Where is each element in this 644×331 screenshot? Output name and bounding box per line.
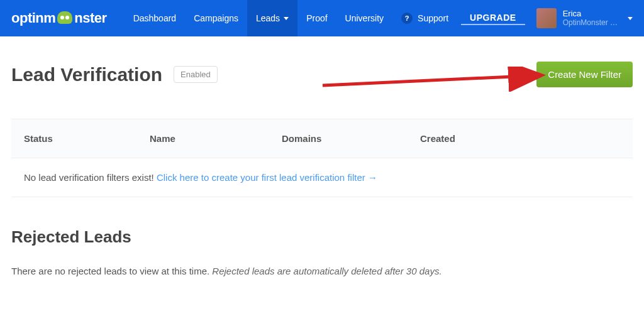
brand-logo[interactable]: optinm nster xyxy=(11,10,107,26)
topbar: optinm nster Dashboard Campaigns Leads P… xyxy=(0,0,644,36)
rejected-text-main: There are no rejected leads to view at t… xyxy=(11,266,212,276)
nav-support[interactable]: ? Support xyxy=(392,0,457,36)
rejected-leads-text: There are no rejected leads to view at t… xyxy=(11,266,633,276)
brand-text-1: optinm xyxy=(11,10,55,26)
avatar xyxy=(536,8,557,28)
help-icon: ? xyxy=(401,13,413,24)
status-badge: Enabled xyxy=(174,66,218,83)
create-new-filter-button[interactable]: Create New Filter xyxy=(536,62,633,87)
user-org: OptinMonster … xyxy=(563,19,618,28)
main-content: Lead Verification Enabled Create New Fil… xyxy=(0,36,644,276)
nav-upgrade-label: UPGRADE xyxy=(470,13,516,23)
nav-leads-label: Leads xyxy=(256,13,280,23)
nav-upgrade[interactable]: UPGRADE xyxy=(461,11,525,25)
nav-dashboard-label: Dashboard xyxy=(133,13,177,23)
nav-leads[interactable]: Leads xyxy=(247,0,297,36)
user-name: Erica xyxy=(563,9,618,19)
nav-proof-label: Proof xyxy=(306,13,327,23)
chevron-down-icon xyxy=(628,17,633,20)
nav-university-label: University xyxy=(345,13,384,23)
main-nav: Dashboard Campaigns Leads Proof Universi… xyxy=(125,0,633,36)
nav-support-label: Support xyxy=(418,13,448,23)
create-first-filter-link[interactable]: Click here to create your first lead ver… xyxy=(157,172,377,183)
col-name: Name xyxy=(150,133,282,144)
page-title: Lead Verification xyxy=(11,64,162,85)
nav-campaigns-label: Campaigns xyxy=(194,13,238,23)
filters-table-header: Status Name Domains Created xyxy=(11,119,633,158)
rejected-leads-title: Rejected Leads xyxy=(11,227,633,247)
filters-empty-state: No lead verification filters exist! Clic… xyxy=(11,158,633,197)
brand-text-2: nster xyxy=(74,10,106,26)
user-menu[interactable]: Erica OptinMonster … xyxy=(529,0,633,36)
empty-text: No lead verification filters exist! xyxy=(24,172,157,183)
nav-dashboard[interactable]: Dashboard xyxy=(125,0,186,36)
user-text: Erica OptinMonster … xyxy=(563,9,618,28)
nav-proof[interactable]: Proof xyxy=(297,0,336,36)
nav-campaigns[interactable]: Campaigns xyxy=(185,0,247,36)
col-domains: Domains xyxy=(282,133,420,144)
nav-university[interactable]: University xyxy=(336,0,392,36)
chevron-down-icon xyxy=(284,17,289,20)
col-status: Status xyxy=(24,133,150,144)
col-created: Created xyxy=(420,133,620,144)
rejected-text-note: Rejected leads are automatically deleted… xyxy=(212,266,441,276)
page-header: Lead Verification Enabled Create New Fil… xyxy=(11,62,633,87)
monster-eye-icon xyxy=(57,11,72,24)
